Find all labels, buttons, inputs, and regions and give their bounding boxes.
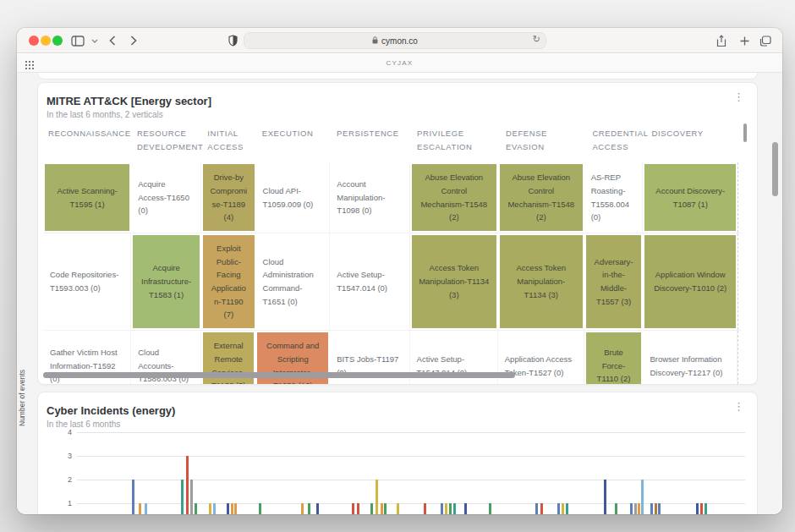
mitre-matrix: RECONNAISSANCERESOURCE DEVELOPMENTINITIA…: [43, 127, 742, 385]
chevron-down-icon[interactable]: [87, 34, 102, 47]
lock-icon: [372, 36, 378, 46]
technique-cell[interactable]: Drive-by Compromise-T1189 (4): [201, 162, 255, 233]
close-window-button[interactable]: [29, 36, 39, 46]
chart-bar[interactable]: [705, 503, 707, 514]
mitre-rows: Active Scanning-T1595 (1)Acquire Access-…: [43, 162, 742, 385]
technique-cell[interactable]: Acquire Infrastructure-T1583 (1): [131, 233, 201, 330]
chart-bar[interactable]: [381, 503, 383, 514]
chart-bar[interactable]: [641, 480, 644, 514]
chart-bar[interactable]: [209, 503, 211, 514]
chart-bar[interactable]: [566, 503, 568, 514]
chart-bar[interactable]: [650, 503, 653, 514]
chart-bar[interactable]: [384, 503, 387, 514]
chart-bar[interactable]: [259, 503, 261, 514]
cropped-next-column: [737, 331, 742, 385]
mitre-card-subtitle: In the last 6 months, 2 verticals: [47, 110, 163, 119]
chart-bar[interactable]: [227, 503, 229, 514]
technique-cell[interactable]: Exploit Public-Facing Application-T1190 …: [201, 233, 255, 330]
technique-cell[interactable]: Account Discovery-T1087 (1): [643, 162, 737, 233]
zoom-window-button[interactable]: [52, 36, 63, 46]
technique-cell[interactable]: Acquire Access-T1650 (0): [131, 162, 201, 233]
column-header: PERSISTENCE: [332, 127, 412, 154]
chart-bar[interactable]: [615, 503, 617, 514]
privacy-shield-icon[interactable]: [225, 34, 240, 47]
chart-bar[interactable]: [357, 503, 359, 514]
chart-bar[interactable]: [655, 503, 657, 514]
chart-bar[interactable]: [634, 503, 637, 514]
chart-bar[interactable]: [562, 503, 564, 514]
y-tick-label: 4: [58, 428, 72, 436]
chart-bar[interactable]: [700, 503, 703, 514]
browser-toolbar: cymon.co ↻: [17, 28, 782, 53]
url-text: cymon.co: [381, 36, 418, 46]
chart-bar[interactable]: [308, 503, 310, 514]
chart-bar[interactable]: [453, 503, 456, 514]
technique-cell[interactable]: Abuse Elevation Control Mechanism-T1548 …: [410, 162, 498, 233]
technique-cell[interactable]: Access Token Manipulation-T1134 (3): [410, 233, 498, 330]
chart-bar[interactable]: [540, 503, 543, 514]
technique-cell[interactable]: Access Token Manipulation-T1134 (3): [498, 233, 584, 330]
share-icon[interactable]: [714, 34, 729, 47]
chart-bar[interactable]: [352, 503, 354, 514]
technique-cell[interactable]: Code Repositories-T1593.003 (0): [43, 233, 131, 330]
chart-bar[interactable]: [424, 503, 426, 514]
chart-bar[interactable]: [139, 503, 141, 514]
window-vertical-scrollbar[interactable]: [772, 142, 778, 196]
chart-bar[interactable]: [397, 503, 399, 514]
sidebar-toggle-button[interactable]: [70, 34, 85, 47]
chart-bar[interactable]: [376, 480, 378, 514]
chart-bar[interactable]: [301, 503, 304, 514]
chart-bar[interactable]: [186, 456, 189, 514]
technique-cell[interactable]: Cloud Administration Command-T1651 (0): [256, 233, 331, 330]
new-tab-button[interactable]: [737, 34, 752, 47]
back-button[interactable]: [105, 34, 120, 47]
gridline: [77, 503, 745, 504]
mitre-attack-card: MITRE ATT&CK [Energy sector] In the last…: [37, 82, 758, 385]
browser-window: cymon.co ↻ CYJAX: [17, 28, 782, 514]
chart-bar[interactable]: [445, 503, 447, 514]
technique-cell[interactable]: Abuse Elevation Control Mechanism-T1548 …: [498, 162, 584, 233]
chart-bar[interactable]: [231, 503, 233, 514]
technique-cell[interactable]: Browser Information Discovery-T1217 (0): [643, 331, 737, 385]
reload-icon[interactable]: ↻: [533, 34, 540, 45]
kebab-menu-icon[interactable]: ⋮: [732, 399, 746, 414]
tab-overview-button[interactable]: [758, 34, 773, 47]
technique-cell[interactable]: Account Manipulation-T1098 (0): [330, 162, 409, 233]
technique-cell[interactable]: Application Window Discovery-T1010 (2): [643, 233, 737, 330]
matrix-row: Code Repositories-T1593.003 (0)Acquire I…: [43, 233, 742, 330]
column-header: PRIVILEGE ESCALATION: [412, 127, 501, 154]
chart-bar[interactable]: [696, 503, 699, 514]
chart-bar[interactable]: [370, 503, 373, 514]
chart-bar[interactable]: [464, 503, 467, 514]
chart-bar[interactable]: [557, 503, 560, 514]
matrix-horizontal-scrollbar[interactable]: [43, 372, 515, 378]
technique-cell[interactable]: Active Scanning-T1595 (1): [43, 162, 131, 233]
technique-cell[interactable]: Cloud API-T1059.009 (0): [256, 162, 331, 233]
chart-bar[interactable]: [441, 503, 443, 514]
chart-bar[interactable]: [234, 503, 237, 514]
kebab-menu-icon[interactable]: ⋮: [732, 90, 746, 104]
technique-cell[interactable]: AS-REP Roasting-T1558.004 (0): [584, 162, 644, 233]
forward-button[interactable]: [126, 34, 141, 47]
chart-bar[interactable]: [449, 503, 452, 514]
chart-bar[interactable]: [630, 503, 633, 514]
chart-bar[interactable]: [181, 480, 184, 514]
technique-cell[interactable]: Adversary-in-the-Middle-T1557 (3): [584, 233, 644, 330]
chart-bar[interactable]: [195, 503, 197, 514]
chart-bar[interactable]: [132, 480, 134, 514]
chart-bar[interactable]: [638, 503, 640, 514]
chart-bar[interactable]: [658, 503, 661, 514]
chart-bar[interactable]: [316, 503, 319, 514]
chart-bar[interactable]: [604, 480, 606, 514]
chart-bar[interactable]: [535, 503, 538, 514]
technique-cell[interactable]: Active Setup-T1547.014 (0): [330, 233, 409, 330]
chart-bar[interactable]: [190, 480, 193, 514]
chart-bar[interactable]: [489, 503, 491, 514]
minimize-window-button[interactable]: [41, 36, 51, 46]
site-label: CYJAX: [17, 59, 782, 67]
matrix-vertical-scrollbar[interactable]: [743, 123, 747, 142]
address-bar[interactable]: cymon.co ↻: [244, 32, 546, 49]
technique-cell[interactable]: Brute Force-T1110 (2): [584, 331, 644, 385]
chart-bar[interactable]: [213, 503, 216, 514]
chart-bar[interactable]: [145, 503, 147, 514]
